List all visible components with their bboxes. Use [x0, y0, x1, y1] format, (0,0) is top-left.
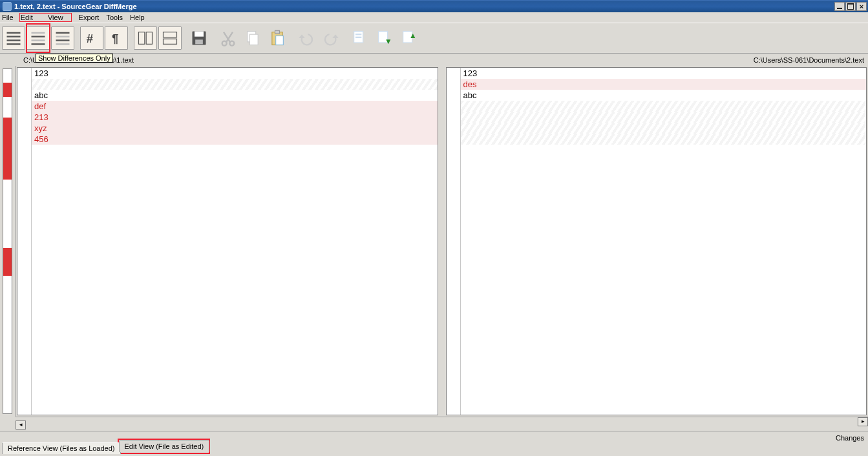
svg-rect-1 — [7, 36, 21, 37]
changes-label: Changes — [836, 434, 864, 442]
horizontal-scrollbar[interactable] — [16, 417, 868, 427]
next-diff-icon[interactable] — [373, 26, 396, 50]
svg-rect-7 — [32, 43, 45, 45]
svg-rect-32 — [403, 32, 412, 43]
show-equal-only-icon[interactable] — [51, 26, 74, 50]
svg-rect-0 — [7, 32, 21, 34]
toolbar: # ¶ — [0, 23, 868, 54]
minimize-button[interactable] — [834, 2, 845, 11]
code-line[interactable]: 6456 — [32, 134, 438, 145]
right-pane[interactable]: 11232des3abc — [446, 67, 867, 415]
svg-rect-24 — [249, 34, 258, 45]
svg-rect-29 — [355, 34, 361, 35]
code-line[interactable]: 1123 — [32, 68, 438, 79]
overview-strip[interactable] — [0, 66, 16, 417]
show-diffs-only-icon[interactable] — [26, 26, 50, 50]
code-line[interactable] — [461, 134, 867, 145]
line-text: 123 — [461, 68, 478, 79]
svg-rect-8 — [56, 32, 70, 34]
svg-rect-4 — [32, 32, 45, 34]
line-text: def — [32, 101, 46, 112]
line-text — [461, 101, 463, 112]
tab-reference-label: Reference View (Files as Loaded) — [8, 444, 115, 452]
svg-rect-5 — [32, 36, 45, 37]
menu-tools[interactable]: Tools — [106, 14, 123, 21]
scroll-left-button[interactable] — [16, 420, 26, 430]
menu-file[interactable]: File — [2, 14, 14, 21]
svg-rect-11 — [56, 43, 70, 45]
split-vertical-icon[interactable] — [134, 26, 157, 50]
code-line[interactable] — [32, 79, 438, 90]
menu-bar: File Edit View Export Tools Help — [0, 12, 868, 23]
window-buttons — [834, 2, 867, 11]
svg-point-21 — [222, 41, 227, 46]
line-text: abc — [461, 90, 477, 101]
svg-rect-10 — [56, 39, 70, 41]
tab-edit-view[interactable]: Edit View (File as Edited) — [119, 440, 210, 452]
prev-diff-icon[interactable] — [348, 26, 372, 50]
overview-mark — [3, 248, 12, 276]
close-button[interactable] — [856, 2, 867, 11]
menu-view[interactable]: View — [48, 14, 63, 21]
undo-icon[interactable] — [295, 26, 318, 50]
paste-icon[interactable] — [266, 26, 289, 50]
line-text: 456 — [32, 134, 48, 145]
code-line[interactable] — [461, 123, 867, 134]
redo-icon[interactable] — [319, 26, 343, 50]
svg-rect-19 — [195, 32, 204, 37]
code-line[interactable]: 3def — [32, 101, 438, 112]
menu-help[interactable]: Help — [130, 14, 145, 21]
tab-reference-view[interactable]: Reference View (Files as Loaded) — [2, 442, 121, 454]
svg-rect-15 — [146, 32, 152, 45]
pilcrow-icon[interactable]: ¶ — [105, 26, 128, 50]
code-line[interactable]: 4213 — [32, 112, 438, 123]
code-line[interactable]: 3abc — [461, 90, 867, 101]
code-line[interactable]: 2abc — [32, 90, 438, 101]
line-text: 213 — [32, 112, 48, 123]
svg-rect-6 — [32, 39, 45, 41]
scroll-right-button[interactable] — [858, 417, 868, 426]
line-text — [32, 79, 34, 90]
line-text: abc — [32, 90, 48, 101]
maximize-button[interactable] — [845, 2, 856, 11]
line-text — [461, 134, 463, 145]
code-line[interactable]: 5xyz — [32, 123, 438, 134]
highlight-edit-tab: Edit View (File as Edited) — [118, 439, 211, 454]
right-file-path: C:\Users\SS-061\Documents\2.text — [754, 56, 864, 64]
svg-rect-14 — [139, 32, 145, 45]
status-bar: Changes Reference View (Files as Loaded)… — [0, 431, 868, 456]
left-pane[interactable]: 11232abc3def42135xyz6456 — [17, 67, 438, 415]
svg-point-22 — [229, 41, 234, 46]
line-text — [461, 123, 463, 134]
code-line[interactable]: 2des — [461, 79, 867, 90]
show-all-icon[interactable] — [2, 26, 25, 50]
svg-rect-31 — [379, 32, 388, 43]
line-numbers-icon[interactable]: # — [80, 26, 103, 50]
code-line[interactable] — [461, 112, 867, 123]
window-title: 1.text, 2.text - SourceGear DiffMerge — [14, 3, 137, 10]
svg-rect-17 — [164, 39, 177, 44]
app-icon — [3, 2, 12, 11]
title-bar: 1.text, 2.text - SourceGear DiffMerge — [0, 0, 868, 12]
cut-icon[interactable] — [217, 26, 240, 50]
line-text: 123 — [32, 68, 48, 79]
menu-edit-view-highlight: Edit View — [19, 13, 72, 22]
code-line[interactable] — [461, 101, 867, 112]
copy-icon[interactable] — [241, 26, 264, 50]
file-paths-bar: Show Differences Only C:\Users\SS-061\Do… — [0, 54, 868, 66]
code-line[interactable]: 1123 — [461, 68, 867, 79]
svg-rect-27 — [276, 36, 284, 45]
svg-rect-2 — [7, 39, 21, 41]
tooltip-show-diffs-only: Show Differences Only — [36, 54, 113, 63]
svg-rect-26 — [275, 30, 280, 34]
svg-rect-3 — [7, 43, 21, 45]
split-horizontal-icon[interactable] — [158, 26, 182, 50]
svg-text:#: # — [87, 32, 94, 45]
menu-export[interactable]: Export — [79, 14, 100, 21]
first-diff-icon[interactable] — [397, 26, 421, 50]
line-text — [461, 112, 463, 123]
menu-edit[interactable]: Edit — [21, 14, 33, 21]
tab-edit-label: Edit View (File as Edited) — [125, 442, 204, 450]
save-icon[interactable] — [187, 26, 211, 50]
svg-rect-30 — [355, 37, 361, 38]
